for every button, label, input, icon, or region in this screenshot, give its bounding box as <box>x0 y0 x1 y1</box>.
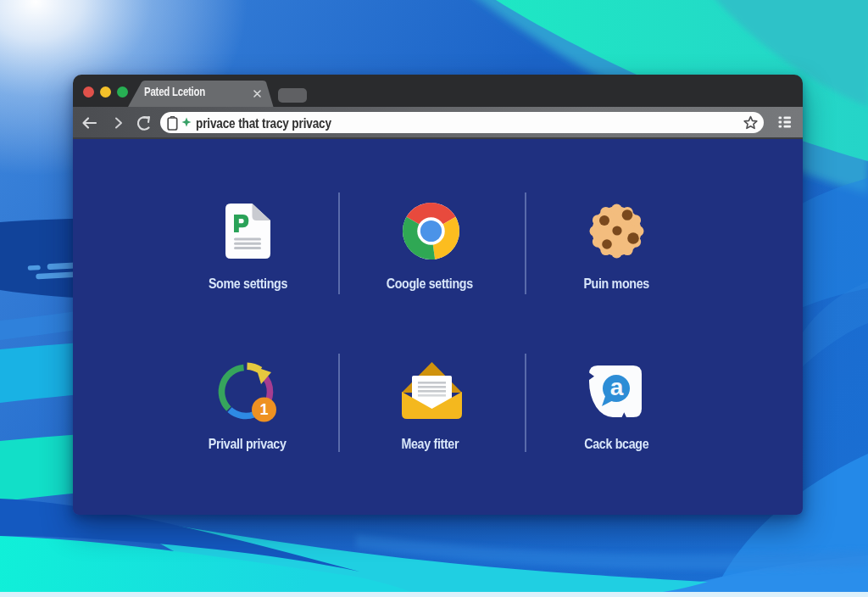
svg-text:1: 1 <box>259 401 268 418</box>
svg-text:a: a <box>610 374 624 400</box>
